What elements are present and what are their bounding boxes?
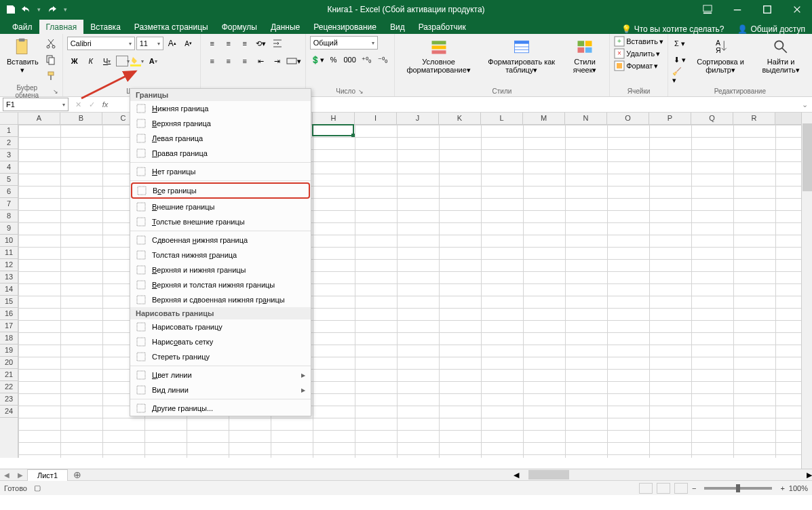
percent-button[interactable]: % (326, 52, 341, 67)
column-header[interactable]: J (397, 113, 439, 124)
row-header[interactable]: 24 (0, 406, 18, 418)
autosum-button[interactable]: Σ ▾ (672, 36, 687, 51)
fx-cancel-button[interactable]: ✕ (71, 100, 85, 109)
vertical-scrollbar[interactable] (801, 113, 812, 469)
row-header[interactable]: 1 (0, 125, 18, 137)
cut-button[interactable] (43, 36, 58, 51)
borders-menu-item[interactable]: Нарисовать границу (130, 319, 311, 334)
sort-filter-button[interactable]: AЯ Сортировка и фильтр▾ (689, 36, 752, 75)
cell-styles-button[interactable]: Стили ячеек▾ (564, 36, 605, 75)
row-header[interactable]: 17 (0, 320, 18, 332)
borders-menu-item[interactable]: Нет границы (130, 164, 311, 179)
merge-button[interactable]: ▾ (286, 54, 301, 68)
grow-font-button[interactable]: A▴ (165, 36, 180, 51)
undo-icon[interactable] (20, 4, 31, 15)
borders-menu-item[interactable]: Нижняя граница (130, 101, 311, 116)
formula-expand-icon[interactable]: ⌄ (798, 100, 812, 109)
number-format-combo[interactable]: Общий▾ (310, 36, 378, 50)
number-launcher-icon[interactable]: ↘ (358, 88, 364, 95)
column-header[interactable]: M (523, 113, 565, 124)
tab-view[interactable]: Вид (383, 20, 412, 34)
column-header[interactable]: I (355, 113, 397, 124)
qat-customize-icon[interactable]: ▾ (62, 6, 69, 13)
font-name-combo[interactable]: Calibri▾ (67, 37, 135, 50)
view-page-break-button[interactable] (674, 483, 688, 494)
add-sheet-button[interactable]: ⊕ (68, 470, 87, 479)
tab-formulas[interactable]: Формулы (215, 20, 264, 34)
name-box[interactable]: F1▾ (3, 98, 69, 111)
fx-confirm-button[interactable]: ✓ (85, 100, 98, 109)
indent-decrease-button[interactable]: ⇤ (254, 54, 269, 68)
fx-button[interactable]: fx (98, 100, 112, 109)
bold-button[interactable]: Ж (67, 54, 82, 68)
align-bottom-button[interactable]: ≡ (237, 36, 252, 51)
borders-menu-item[interactable]: Толстые внешние границы (130, 214, 311, 229)
borders-menu-item[interactable]: Все границы (131, 182, 310, 199)
borders-menu-item[interactable]: Верхняя и нижняя границы (130, 262, 311, 277)
delete-cells-button[interactable]: × Удалить ▾ (614, 48, 660, 59)
row-header[interactable]: 8 (0, 210, 18, 222)
tab-insert[interactable]: Вставка (83, 20, 128, 34)
row-header[interactable]: 6 (0, 186, 18, 198)
borders-menu-item[interactable]: Цвет линии▶ (130, 368, 311, 382)
column-header[interactable]: O (607, 113, 649, 124)
borders-menu-item[interactable]: Верхняя и толстая нижняя границы (130, 277, 311, 292)
borders-menu-item[interactable]: Нарисовать сетку (130, 334, 311, 349)
row-header[interactable]: 13 (0, 271, 18, 283)
sheet-nav-next-icon[interactable]: ▶ (14, 471, 27, 479)
share-button[interactable]: 👤 Общий доступ (731, 24, 812, 34)
conditional-formatting-button[interactable]: Условное форматирование▾ (399, 36, 479, 75)
align-left-button[interactable]: ≡ (205, 54, 220, 68)
font-color-button[interactable]: A▾ (146, 54, 161, 68)
row-header[interactable]: 2 (0, 137, 18, 149)
format-cells-button[interactable]: Формат ▾ (614, 60, 658, 71)
align-top-button[interactable]: ≡ (205, 36, 220, 51)
select-all-button[interactable] (0, 113, 18, 125)
column-header[interactable]: R (733, 113, 775, 124)
borders-menu-item[interactable]: Верхняя и сдвоенная нижняя границы (130, 292, 311, 307)
borders-menu-item[interactable]: Стереть границу (130, 349, 311, 364)
align-center-button[interactable]: ≡ (221, 54, 236, 68)
orientation-button[interactable]: ⟲▾ (254, 36, 269, 51)
row-header[interactable]: 22 (0, 381, 18, 393)
borders-menu-item[interactable]: Другие границы... (130, 401, 311, 416)
column-header[interactable]: P (649, 113, 691, 124)
comma-button[interactable]: 000 (343, 52, 357, 67)
row-header[interactable]: 3 (0, 149, 18, 161)
italic-button[interactable]: К (83, 54, 98, 68)
column-header[interactable]: A (18, 113, 60, 124)
borders-menu-item[interactable]: Внешние границы (130, 199, 311, 214)
column-header[interactable]: N (565, 113, 607, 124)
tab-file[interactable]: Файл (5, 20, 39, 34)
borders-menu-item[interactable]: Верхняя граница (130, 116, 311, 131)
row-header[interactable]: 11 (0, 247, 18, 259)
row-header[interactable]: 12 (0, 259, 18, 271)
view-normal-button[interactable] (639, 483, 653, 494)
column-header[interactable]: K (439, 113, 481, 124)
borders-menu-item[interactable]: Толстая нижняя граница (130, 248, 311, 262)
borders-menu-item[interactable]: Левая граница (130, 131, 311, 146)
row-header[interactable]: 7 (0, 198, 18, 210)
format-painter-button[interactable] (43, 68, 58, 83)
redo-icon[interactable] (47, 4, 58, 15)
copy-button[interactable] (43, 52, 58, 67)
view-page-layout-button[interactable] (657, 483, 670, 494)
increase-decimal-button[interactable]: ⁺⁰₀ (359, 52, 374, 67)
underline-button[interactable]: Ч ▾ (100, 54, 115, 68)
sheet-tab[interactable]: Лист1 (27, 469, 68, 481)
column-header[interactable]: H (313, 113, 355, 124)
close-button[interactable] (782, 0, 812, 19)
row-header[interactable]: 18 (0, 332, 18, 345)
row-header[interactable]: 20 (0, 357, 18, 369)
zoom-out-button[interactable]: − (692, 484, 696, 492)
insert-cells-button[interactable]: + Вставить ▾ (614, 36, 663, 47)
borders-menu-item[interactable]: Сдвоенная нижняя граница (130, 233, 311, 248)
row-header[interactable]: 19 (0, 345, 18, 357)
borders-button[interactable]: ▾ (116, 56, 128, 66)
row-header[interactable]: 21 (0, 369, 18, 381)
row-header[interactable]: 23 (0, 393, 18, 406)
shrink-font-button[interactable]: A▾ (181, 36, 196, 51)
align-right-button[interactable]: ≡ (237, 54, 252, 68)
format-as-table-button[interactable]: Форматировать как таблицу▾ (481, 36, 562, 75)
tab-home[interactable]: Главная (39, 20, 84, 34)
